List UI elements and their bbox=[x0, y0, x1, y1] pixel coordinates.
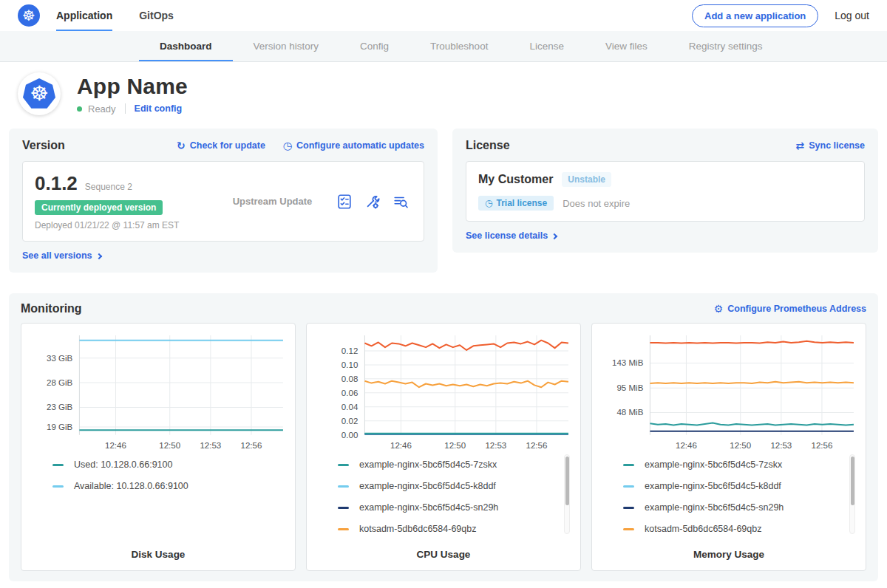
legend-scroll-thumb[interactable] bbox=[565, 457, 570, 505]
svg-text:0.12: 0.12 bbox=[341, 346, 358, 355]
version-sequence: Sequence 2 bbox=[85, 182, 132, 192]
config-wrench-icon[interactable] bbox=[364, 194, 381, 210]
top-nav: ☸ Application GitOps Add a new applicati… bbox=[0, 0, 887, 31]
subnav-dashboard[interactable]: Dashboard bbox=[139, 31, 233, 61]
svg-text:143 MiB: 143 MiB bbox=[612, 358, 644, 367]
svg-text:12:53: 12:53 bbox=[485, 441, 506, 450]
clock-icon: ◷ bbox=[283, 140, 292, 151]
legend-scroll-thumb[interactable] bbox=[851, 457, 855, 505]
legend-swatch-icon bbox=[338, 528, 349, 530]
sync-license-label: Sync license bbox=[809, 140, 865, 151]
configure-automatic-updates-link[interactable]: ◷ Configure automatic updates bbox=[283, 140, 424, 151]
configure-prometheus-label: Configure Prometheus Address bbox=[727, 304, 866, 314]
memory-usage-legend: example-nginx-5bc6f5d4c5-7zskxexample-ng… bbox=[598, 453, 860, 541]
license-card: License ⇄ Sync license My Customer Unsta… bbox=[452, 129, 878, 253]
version-card-links: ↻ Check for update ◷ Configure automatic… bbox=[177, 140, 424, 151]
svg-text:0.10: 0.10 bbox=[341, 360, 358, 369]
svg-text:12:53: 12:53 bbox=[200, 441, 221, 450]
page-title: App Name bbox=[77, 74, 188, 99]
license-card-title: License bbox=[466, 139, 510, 152]
version-card: Version ↻ Check for update ◷ Configure a… bbox=[9, 129, 438, 273]
legend-scrollbar[interactable] bbox=[849, 454, 855, 534]
cpu-usage-title: CPU Usage bbox=[313, 549, 574, 560]
currently-deployed-badge: Currently deployed version bbox=[35, 200, 163, 215]
charts-row: 33 GiB28 GiB23 GiB19 GiB12:4612:5012:531… bbox=[21, 323, 866, 571]
legend-label: example-nginx-5bc6f5d4c5-7zskx bbox=[645, 459, 782, 470]
legend-item[interactable]: Available: 10.128.0.66:9100 bbox=[52, 476, 271, 497]
disk-usage-legend: Used: 10.128.0.66:9100Available: 10.128.… bbox=[27, 453, 289, 541]
tab-application[interactable]: Application bbox=[56, 0, 112, 31]
svg-text:12:50: 12:50 bbox=[159, 441, 180, 450]
legend-swatch-icon bbox=[52, 464, 64, 466]
memory-usage-chart-card: 143 MiB95 MiB48 MiB12:4612:5012:5312:56 … bbox=[591, 323, 866, 571]
svg-text:0.08: 0.08 bbox=[341, 375, 358, 383]
legend-label: example-nginx-5bc6f5d4c5-k8ddf bbox=[645, 481, 781, 491]
legend-item[interactable]: Used: 10.128.0.66:9100 bbox=[52, 454, 271, 476]
channel-badge: Unstable bbox=[562, 172, 611, 187]
tab-gitops[interactable]: GitOps bbox=[139, 0, 174, 31]
disk-usage-chart-card: 33 GiB28 GiB23 GiB19 GiB12:4612:5012:531… bbox=[21, 323, 296, 571]
k8s-app-icon: ☸ bbox=[23, 78, 55, 109]
license-card-header: License ⇄ Sync license bbox=[466, 139, 865, 152]
logout-button[interactable]: Log out bbox=[835, 10, 869, 21]
subnav-version-history[interactable]: Version history bbox=[233, 31, 340, 61]
see-license-details-link[interactable]: See license details bbox=[466, 230, 865, 241]
legend-item[interactable]: kotsadm-5db6dc6584-69qbz bbox=[623, 519, 842, 540]
monitoring-section: Monitoring ⚙ Configure Prometheus Addres… bbox=[9, 293, 878, 581]
monitoring-title: Monitoring bbox=[21, 302, 82, 315]
legend-item[interactable]: example-nginx-5bc6f5d4c5-k8ddf bbox=[338, 476, 557, 497]
legend-item[interactable]: example-nginx-5bc6f5d4c5-sn29h bbox=[623, 497, 842, 519]
see-all-versions-link[interactable]: See all versions bbox=[22, 250, 424, 261]
version-card-title: Version bbox=[22, 139, 65, 152]
add-new-application-button[interactable]: Add a new application bbox=[692, 4, 818, 27]
deployed-timestamp: Deployed 01/21/22 @ 11:57 am EST bbox=[35, 220, 208, 230]
kubernetes-logo-icon[interactable]: ☸ bbox=[18, 4, 40, 27]
app-avatar: ☸ bbox=[18, 72, 61, 115]
version-number: 0.1.2 bbox=[35, 172, 78, 195]
sync-license-link[interactable]: ⇄ Sync license bbox=[796, 140, 865, 151]
legend-swatch-icon bbox=[623, 507, 634, 509]
subnav-troubleshoot[interactable]: Troubleshoot bbox=[409, 31, 509, 61]
trial-license-label: Trial license bbox=[496, 198, 547, 208]
monitoring-header: Monitoring ⚙ Configure Prometheus Addres… bbox=[21, 302, 866, 315]
legend-swatch-icon bbox=[338, 464, 349, 466]
memory-usage-plot: 143 MiB95 MiB48 MiB12:4612:5012:5312:56 bbox=[598, 331, 860, 453]
subnav-config[interactable]: Config bbox=[339, 31, 409, 61]
configure-prometheus-link[interactable]: ⚙ Configure Prometheus Address bbox=[714, 304, 866, 314]
svg-text:95 MiB: 95 MiB bbox=[616, 383, 643, 392]
svg-text:12:50: 12:50 bbox=[444, 441, 466, 450]
deploy-logs-icon[interactable] bbox=[392, 194, 409, 210]
subnav-license[interactable]: License bbox=[509, 31, 585, 61]
legend-item[interactable]: example-nginx-5bc6f5d4c5-sn29h bbox=[338, 497, 557, 519]
legend-item[interactable]: example-nginx-5bc6f5d4c5-k8ddf bbox=[623, 476, 842, 497]
cpu-usage-plot: 0.120.100.080.060.040.020.0012:4612:5012… bbox=[313, 331, 574, 453]
version-source: Upstream Update bbox=[208, 196, 336, 207]
svg-text:12:56: 12:56 bbox=[812, 441, 833, 450]
legend-item[interactable]: example-nginx-5bc6f5d4c5-7zskx bbox=[623, 454, 842, 476]
version-info: 0.1.2 Sequence 2 Currently deployed vers… bbox=[35, 172, 208, 230]
svg-text:12:56: 12:56 bbox=[241, 441, 262, 450]
legend-swatch-icon bbox=[623, 485, 634, 488]
disk-usage-title: Disk Usage bbox=[27, 549, 289, 560]
status-text: Ready bbox=[88, 103, 116, 114]
svg-text:12:46: 12:46 bbox=[390, 441, 412, 450]
svg-text:19 GiB: 19 GiB bbox=[47, 423, 73, 431]
svg-text:23 GiB: 23 GiB bbox=[47, 403, 73, 411]
check-for-update-link[interactable]: ↻ Check for update bbox=[177, 140, 265, 151]
legend-item[interactable]: kotsadm-5db6dc6584-69qbz bbox=[338, 519, 557, 540]
legend-item[interactable]: example-nginx-5bc6f5d4c5-7zskx bbox=[338, 454, 557, 476]
legend-label: example-nginx-5bc6f5d4c5-k8ddf bbox=[359, 481, 496, 491]
app-sub-nav: Dashboard Version history Config Trouble… bbox=[0, 31, 887, 62]
subnav-registry-settings[interactable]: Registry settings bbox=[668, 31, 784, 61]
svg-text:0.04: 0.04 bbox=[341, 403, 358, 411]
edit-config-link[interactable]: Edit config bbox=[135, 103, 183, 114]
subnav-view-files[interactable]: View files bbox=[585, 31, 668, 61]
svg-text:0.00: 0.00 bbox=[341, 431, 358, 440]
license-details-box: My Customer Unstable ◷ Trial license Doe… bbox=[466, 161, 865, 222]
license-expiry: Does not expire bbox=[563, 198, 630, 209]
cards-row: Version ↻ Check for update ◷ Configure a… bbox=[0, 127, 887, 273]
svg-text:12:50: 12:50 bbox=[730, 441, 751, 450]
preflight-checks-icon[interactable] bbox=[336, 194, 353, 210]
legend-scrollbar[interactable] bbox=[564, 454, 570, 534]
app-title-block: App Name Ready Edit config bbox=[77, 74, 188, 114]
